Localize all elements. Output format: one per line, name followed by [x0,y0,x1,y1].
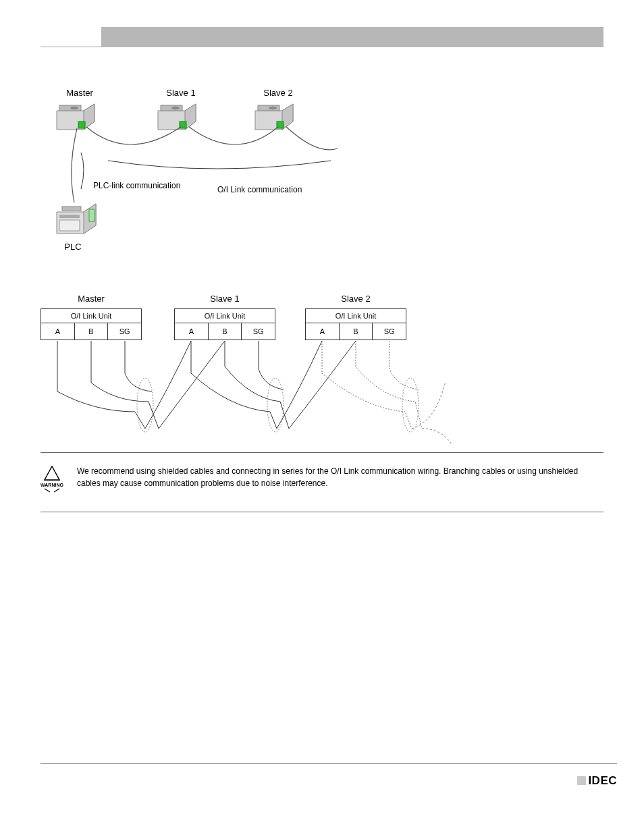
unit-title: O/I Link Unit [41,309,141,323]
slave1-unit-box: O/I Link Unit A B SG [174,308,275,340]
svg-point-21 [137,378,153,432]
warning-label: WARNING [41,483,63,487]
label2-slave1: Slave 1 [174,294,275,304]
svg-line-28 [54,489,59,492]
svg-marker-25 [45,466,59,480]
label-oi-link: O/I Link communication [217,185,302,194]
footer: IDEC [41,763,617,790]
label-plc: PLC [53,242,93,252]
svg-rect-19 [89,209,95,221]
terminal-a: A [175,323,209,340]
label2-slave2: Slave 2 [305,294,406,304]
warning-text: We recommend using shielded cables and c… [77,465,603,489]
plc-device-icon [54,202,100,235]
wiring-lines-icon [41,341,473,456]
svg-rect-20 [62,207,81,211]
logo-text: IDEC [588,774,617,788]
terminal-b: B [209,323,242,340]
header-bar [41,27,603,47]
logo-square-icon [577,776,586,785]
terminal-a: A [306,323,340,340]
wiring-diagram: Master Slave 1 Slave 2 O/I Link Unit A B… [47,294,479,462]
header-gray-bar [101,27,603,47]
master-unit-box: O/I Link Unit A B SG [41,308,142,340]
label2-master: Master [41,294,142,304]
terminal-sg: SG [373,323,406,340]
svg-line-27 [45,489,50,492]
svg-rect-18 [59,220,80,231]
terminal-a: A [41,323,75,340]
idec-logo: IDEC [577,774,617,788]
terminal-sg: SG [108,323,141,340]
header-left-blank [41,27,101,47]
unit-title: O/I Link Unit [306,309,406,323]
slave2-unit-box: O/I Link Unit A B SG [305,308,406,340]
unit-title: O/I Link Unit [175,309,275,323]
warning-block: WARNING We recommend using shielded cabl… [41,452,603,512]
network-diagram: Master Slave 1 Slave 2 [47,88,371,277]
terminal-b: B [75,323,109,340]
terminal-sg: SG [242,323,275,340]
label-plc-link: PLC-link communication [93,181,180,190]
svg-rect-17 [59,215,80,218]
warning-icon: WARNING [41,465,63,493]
terminal-b: B [340,323,373,340]
